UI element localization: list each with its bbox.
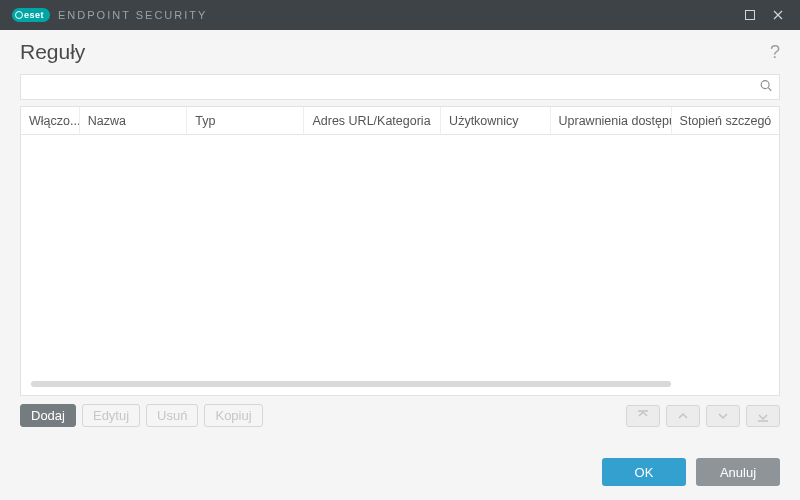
- add-button[interactable]: Dodaj: [20, 404, 76, 427]
- product-name: ENDPOINT SECURITY: [58, 9, 207, 21]
- move-top-button: [626, 405, 660, 427]
- action-row: Dodaj Edytuj Usuń Kopiuj: [20, 404, 780, 427]
- search-field[interactable]: [20, 74, 780, 100]
- dialog-footer: OK Anuluj: [602, 458, 780, 486]
- ok-button[interactable]: OK: [602, 458, 686, 486]
- table-body: [21, 135, 779, 381]
- brand-badge: eset: [12, 8, 50, 22]
- cancel-button[interactable]: Anuluj: [696, 458, 780, 486]
- horizontal-scrollbar[interactable]: [31, 381, 671, 387]
- heading-row: Reguły ?: [0, 30, 800, 70]
- svg-point-1: [761, 81, 769, 89]
- column-header[interactable]: Typ: [187, 107, 304, 134]
- search-input[interactable]: [21, 75, 779, 99]
- search-icon[interactable]: [759, 79, 773, 96]
- column-header[interactable]: Użytkownicy: [441, 107, 550, 134]
- window-maximize-icon[interactable]: [736, 1, 764, 29]
- titlebar: eset ENDPOINT SECURITY: [0, 0, 800, 30]
- table-header: Włączo...NazwaTypAdres URL/KategoriaUżyt…: [21, 107, 779, 135]
- rules-table: Włączo...NazwaTypAdres URL/KategoriaUżyt…: [20, 106, 780, 396]
- help-icon[interactable]: ?: [770, 42, 780, 63]
- column-header[interactable]: Nazwa: [80, 107, 187, 134]
- column-header[interactable]: Uprawnienia dostępu: [551, 107, 672, 134]
- window-close-icon[interactable]: [764, 1, 792, 29]
- move-up-button: [666, 405, 700, 427]
- copy-button: Kopiuj: [204, 404, 262, 427]
- move-bottom-button: [746, 405, 780, 427]
- column-header[interactable]: Włączo...: [21, 107, 80, 134]
- move-down-button: [706, 405, 740, 427]
- column-header[interactable]: Adres URL/Kategoria: [304, 107, 441, 134]
- page-title: Reguły: [20, 40, 85, 64]
- edit-button: Edytuj: [82, 404, 140, 427]
- delete-button: Usuń: [146, 404, 198, 427]
- svg-rect-0: [746, 11, 755, 20]
- column-header[interactable]: Stopień szczegó: [672, 107, 779, 134]
